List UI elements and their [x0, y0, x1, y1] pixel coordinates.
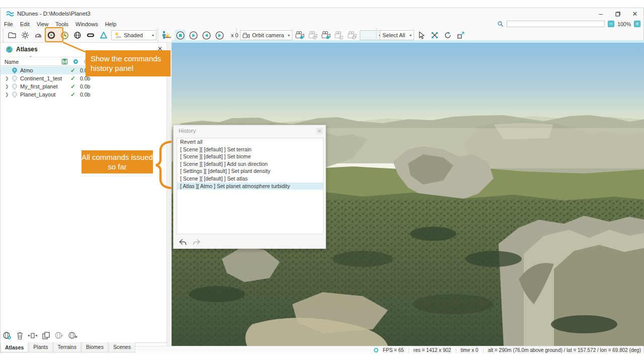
minimize-button[interactable]: – — [592, 8, 609, 20]
performance-gauge-button[interactable] — [33, 30, 44, 41]
history-footer — [179, 239, 201, 246]
tree-row-planetlayout[interactable]: ❯ Planet_Layout ✓ 0.0b — [1, 90, 167, 99]
expand-chevron-icon[interactable]: ❯ — [5, 76, 9, 81]
tab-biomes[interactable]: Biomes — [82, 342, 108, 352]
screenshot-stage: NDunes - D:\Models\Planet3 – ✕ File Edit… — [0, 0, 644, 362]
tree-row-myfirstplanet[interactable]: ❯ My_first_planet ✓ 0.0b — [1, 82, 167, 90]
shading-mode-dropdown[interactable]: Shaded ▾ — [111, 30, 156, 40]
open-folder-button[interactable] — [7, 30, 18, 41]
capsule-button[interactable] — [85, 30, 96, 41]
prism-button[interactable] — [98, 30, 109, 41]
select-mode-value: Select All — [382, 32, 405, 38]
history-button-highlight — [45, 27, 63, 42]
status-separator — [483, 348, 484, 353]
globe-button[interactable] — [72, 30, 83, 41]
menu-file[interactable]: File — [1, 21, 17, 28]
select-mode-dropdown[interactable]: Select All ▾ — [380, 30, 414, 40]
history-item[interactable]: [ Scene ][ [default] ] Set atlas — [177, 175, 323, 183]
step-back-button[interactable] — [201, 30, 212, 41]
sort-ascending-icon: ⌃ — [29, 55, 33, 60]
camera-load-button[interactable] — [347, 30, 358, 41]
atlas-globe-icon — [6, 46, 13, 53]
step-forward-button[interactable] — [214, 30, 225, 41]
history-panel-title: History — [179, 128, 196, 134]
zoom-in-button[interactable]: + — [634, 21, 640, 27]
atlas-actions-toolbar — [3, 331, 78, 340]
tree-row-label: Planet_Layout — [20, 92, 55, 98]
move-tool-button[interactable] — [429, 30, 440, 41]
stop-button[interactable] — [175, 30, 186, 41]
redo-icon[interactable] — [193, 239, 201, 246]
tab-scenes[interactable]: Scenes — [109, 342, 135, 352]
play-button[interactable] — [188, 30, 199, 41]
history-item[interactable]: [ Scene ][ [default] ] Set terrain — [177, 146, 323, 153]
zoom-level: 100% — [617, 21, 631, 27]
status-compass-icon — [374, 348, 378, 352]
camera-record-button[interactable] — [294, 30, 305, 41]
tab-terrains[interactable]: Terrains — [53, 342, 81, 352]
window-title: NDunes - D:\Models\Planet3 — [17, 11, 91, 17]
search-input[interactable] — [507, 21, 605, 27]
camera-save-button[interactable] — [334, 30, 345, 41]
import-atlas-button[interactable] — [68, 331, 78, 340]
atlas-pin-icon — [12, 67, 18, 74]
close-button[interactable]: ✕ — [626, 8, 643, 20]
expand-chevron-icon[interactable]: ❯ — [5, 84, 9, 89]
select-cursor-button[interactable] — [416, 30, 427, 41]
camera-mode-value: Orbit camera — [252, 32, 284, 38]
camera-mode-icon — [243, 32, 250, 39]
camera-pause-button[interactable] — [307, 30, 318, 41]
shaded-sun-cloud-icon — [114, 32, 122, 39]
chevron-down-icon: ▾ — [288, 33, 290, 38]
menu-tools[interactable]: Tools — [52, 21, 72, 28]
history-close-icon[interactable]: ✕ — [316, 128, 323, 134]
tree-row-size: 0.0b — [80, 83, 90, 89]
scale-tool-button[interactable] — [455, 30, 466, 41]
panel-tabs: Atlases Plants Terrains Biomes Scenes — [1, 342, 136, 353]
atlases-panel: Atlases ✕ Name ⌃ — [1, 43, 167, 346]
maximize-button[interactable] — [609, 8, 626, 20]
zoom-out-button[interactable]: − — [608, 21, 614, 27]
search-icon — [497, 21, 504, 27]
menu-view[interactable]: View — [33, 21, 52, 28]
history-item[interactable]: Revert all — [177, 138, 323, 146]
tab-atlases[interactable]: Atlases — [1, 342, 28, 352]
history-item[interactable]: [ Scene ][ [default] ] Set biome — [177, 153, 323, 160]
menu-windows[interactable]: Windows — [72, 21, 102, 28]
status-resolution: res = 1412 x 902 — [414, 347, 451, 353]
panel-splitter[interactable] — [167, 43, 172, 346]
export-atlas-button[interactable] — [54, 331, 64, 340]
expand-chevron-icon[interactable]: ❯ — [5, 92, 9, 97]
add-atlas-button[interactable] — [3, 331, 12, 340]
tab-plants[interactable]: Plants — [29, 342, 52, 352]
status-position: alt = 290m (76.0m above ground) / lat = … — [488, 347, 641, 353]
sunrise-button[interactable] — [162, 30, 173, 41]
duplicate-atlas-button[interactable] — [42, 331, 50, 340]
name-column-header[interactable]: Name — [5, 59, 19, 65]
settings-gear-button[interactable] — [20, 30, 31, 41]
app-logo-icon — [6, 11, 14, 17]
history-panel[interactable]: History ✕ Revert all [ Scene ][ [default… — [173, 125, 326, 249]
history-item-selected[interactable]: [ Atlas ][ Atmo ] Set planet atmosphere … — [177, 183, 323, 190]
saved-column-icon[interactable] — [61, 58, 68, 65]
delete-atlas-button[interactable] — [16, 331, 24, 340]
rename-atlas-button[interactable] — [28, 332, 38, 339]
enabled-column-icon[interactable] — [73, 59, 78, 64]
camera-mode-dropdown[interactable]: Orbit camera ▾ — [240, 30, 292, 40]
history-list[interactable]: Revert all [ Scene ][ [default] ] Set te… — [177, 138, 324, 234]
check-icon: ✓ — [70, 91, 75, 98]
history-item[interactable]: [ Scene ][ [default] ] Add sun direction — [177, 160, 323, 168]
status-separator — [409, 348, 409, 353]
atlas-pin-icon — [12, 92, 18, 98]
toolbar-group-file: Shaded ▾ — [3, 28, 170, 42]
history-item[interactable]: [ Settings ][ [default] ] Set plant dens… — [177, 167, 323, 175]
status-separator — [456, 348, 456, 353]
undo-icon[interactable] — [179, 239, 187, 246]
callout-history-list: All commands issued so far — [82, 150, 153, 173]
atlas-pin-icon — [12, 83, 18, 90]
rotate-tool-button[interactable] — [442, 30, 453, 41]
menu-help[interactable]: Help — [102, 21, 120, 28]
camera-play-button[interactable] — [320, 30, 332, 41]
menu-edit[interactable]: Edit — [17, 21, 33, 28]
tree-row-label: Atmo — [20, 67, 33, 73]
